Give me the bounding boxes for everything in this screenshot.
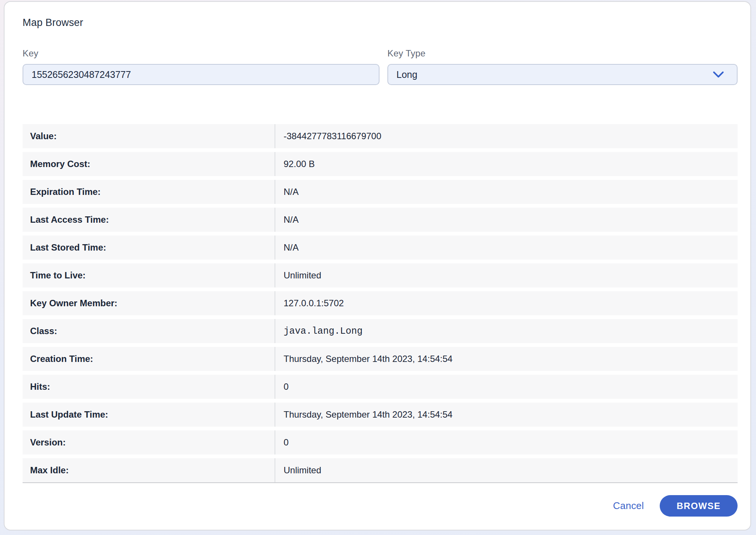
table-row: Last Access Time: N/A [23,208,738,232]
table-row: Time to Live: Unlimited [23,263,738,287]
key-type-selected-value: Long [396,69,417,80]
row-label: Value: [23,124,275,148]
cancel-button[interactable]: Cancel [613,500,644,512]
row-label: Class: [23,319,275,343]
dialog-footer: Cancel BROWSE [18,495,738,517]
table-row: Creation Time: Thursday, September 14th … [23,347,738,371]
row-value: 92.00 B [275,152,738,176]
row-value: Thursday, September 14th 2023, 14:54:54 [275,403,738,427]
row-value: Unlimited [275,263,738,287]
row-label: Max Idle: [23,458,275,482]
row-value: 0 [275,430,738,454]
row-label: Time to Live: [23,263,275,287]
table-row: Hits: 0 [23,375,738,399]
row-value: N/A [275,236,738,260]
key-label: Key [23,48,380,59]
key-form: Key Key Type Long [23,48,738,85]
row-value: 127.0.0.1:5702 [275,291,738,315]
row-value: Thursday, September 14th 2023, 14:54:54 [275,347,738,371]
key-type-field-group: Key Type Long [387,48,738,85]
row-value: java.lang.Long [275,319,738,343]
key-type-select[interactable]: Long [387,64,738,85]
key-type-label: Key Type [387,48,738,59]
row-label: Last Update Time: [23,403,275,427]
table-row: Last Update Time: Thursday, September 14… [23,403,738,427]
table-row: Version: 0 [23,430,738,454]
details-table: Value: -3844277783116679700 Memory Cost:… [23,124,738,483]
row-value: N/A [275,208,738,232]
row-label: Last Stored Time: [23,236,275,260]
browse-button[interactable]: BROWSE [660,495,738,517]
row-label: Creation Time: [23,347,275,371]
table-row: Memory Cost: 92.00 B [23,152,738,176]
dialog-title: Map Browser [23,17,738,29]
row-label: Memory Cost: [23,152,275,176]
chevron-down-icon [713,71,724,78]
table-row: Class: java.lang.Long [23,319,738,343]
key-input[interactable] [23,64,380,85]
row-label: Key Owner Member: [23,291,275,315]
table-row: Expiration Time: N/A [23,180,738,204]
table-row: Key Owner Member: 127.0.0.1:5702 [23,291,738,315]
row-value: -3844277783116679700 [275,124,738,148]
row-label: Version: [23,430,275,454]
row-label: Hits: [23,375,275,399]
row-value: 0 [275,375,738,399]
table-row: Max Idle: Unlimited [23,458,738,482]
table-row: Value: -3844277783116679700 [23,124,738,148]
row-value: N/A [275,180,738,204]
row-label: Last Access Time: [23,208,275,232]
row-value: Unlimited [275,458,738,482]
map-browser-dialog: Map Browser Key Key Type Long Value: -38… [4,1,751,530]
table-row: Last Stored Time: N/A [23,236,738,260]
row-label: Expiration Time: [23,180,275,204]
key-field-group: Key [23,48,380,85]
